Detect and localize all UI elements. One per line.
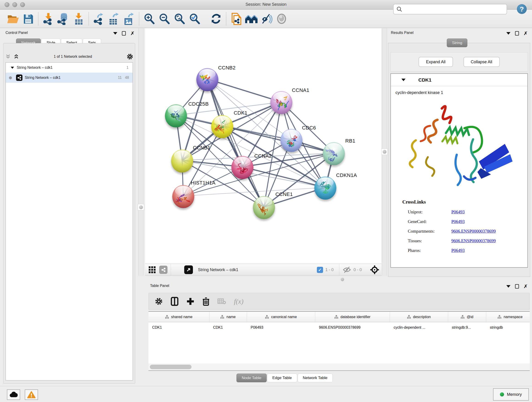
edge-CCNB2-CCNA1[interactable] [207,79,281,102]
expand-all-tree-icon[interactable] [5,54,11,59]
collapse-all-button[interactable]: Collapse All [463,57,500,67]
right-splitter-grip[interactable] [381,148,388,155]
node-label-CCNE1: CCNE1 [275,191,293,197]
table-cell[interactable]: stringdb [486,322,530,333]
string-style-icon[interactable] [159,266,167,274]
table-cell[interactable]: 9606.ENSP00000378699 [315,322,390,333]
crosslink-link[interactable]: P06493 [451,210,465,215]
home-networks-button[interactable] [244,11,259,26]
node-CDC25B[interactable] [165,104,187,128]
control-panel-menu-icon[interactable] [113,32,117,35]
node-HIST1H1A[interactable] [172,185,194,208]
network-row[interactable]: String Network – cdk1 11 48 [6,73,133,83]
open-folder-icon [7,13,19,24]
hidden-counts: 0 - 0 [354,268,362,272]
crosslink-row: Pharos:P06493 [408,248,527,253]
zoom-fit-button[interactable] [172,11,187,26]
network-view-canvas[interactable]: CCNB2CCNA1CDC25BCDK1CDC6RB1CCNB1CCNA2CDK… [145,28,381,263]
results-panel-float-icon[interactable] [515,31,519,36]
table-cell[interactable]: cyclin-dependent ... [390,322,448,333]
open-in-window-icon[interactable] [184,265,193,274]
cloud-status-button[interactable] [7,389,20,400]
results-item-header[interactable]: CDK1 [391,74,527,86]
save-session-button[interactable] [21,11,36,26]
zoom-selected-button[interactable] [187,11,202,26]
search-input[interactable] [402,7,501,12]
tab-node-table[interactable]: Node Table [236,374,267,382]
column-header-name[interactable]: name [209,312,247,322]
node-CCNA2[interactable] [231,156,253,179]
node-CDKN1A[interactable] [314,177,336,200]
import-network-database-button[interactable] [56,11,71,26]
control-panel-float-icon[interactable] [122,31,126,36]
birdseye-grid-icon[interactable] [148,266,156,274]
delete-column-trash-icon[interactable] [202,297,210,306]
tab-edge-table[interactable]: Edge Table [267,374,297,382]
open-session-button[interactable] [6,11,21,26]
column-header-namespace[interactable]: namespace [486,312,530,322]
tab-string[interactable]: String [446,38,467,47]
import-network-file-button[interactable] [41,11,56,26]
export-table-button[interactable] [106,11,121,26]
node-CCNB1[interactable] [171,149,193,172]
column-header--id[interactable]: @id [448,312,486,322]
table-settings-gear-icon[interactable] [155,297,163,306]
table-cell[interactable]: CDK1 [209,322,247,333]
node-RB1[interactable] [323,142,345,165]
refresh-view-button[interactable] [209,11,224,26]
table-hscrollbar[interactable] [148,364,530,370]
edge-CCNB2-CCNE1[interactable] [207,79,264,207]
zoom-in-button[interactable] [142,11,157,26]
crosslink-link[interactable]: 9606.ENSP00000378699 [451,238,496,243]
results-panel-close-icon[interactable]: ✗ [524,31,528,36]
table-panel-float-icon[interactable] [515,284,519,288]
node-CCNE1[interactable] [253,196,275,219]
collapse-all-tree-icon[interactable] [13,54,19,59]
table-cell[interactable]: CDK1 [148,322,209,333]
column-header-description[interactable]: description [390,312,448,322]
hidden-eye-slash-icon[interactable] [342,266,351,273]
table-hscrollbar-thumb[interactable] [150,365,191,369]
network-options-gear-icon[interactable] [127,53,133,60]
import-table-button[interactable] [71,11,86,26]
crosslink-link[interactable]: P06493 [451,248,465,253]
fit-selected-crosshair-icon[interactable] [370,265,379,274]
toggle-glass-effect-button[interactable] [274,11,289,26]
toolbar-separator [89,12,89,26]
share-session-button[interactable] [229,11,244,26]
network-collection-row[interactable]: String Network – cdk1 1 [6,63,133,73]
table-panel-close-icon[interactable]: ✗ [524,284,528,288]
item-collapse-icon[interactable] [401,79,405,81]
selected-nodes-checkbox[interactable]: ✓ [317,267,323,273]
crosslink-link[interactable]: P06493 [451,219,465,224]
left-splitter[interactable] [138,28,143,276]
node-CCNB2[interactable] [196,68,218,91]
warnings-button[interactable] [25,389,38,400]
zoom-out-button[interactable] [157,11,172,26]
node-CDC6[interactable] [280,129,302,152]
node-CCNA1[interactable] [270,91,292,114]
column-header-database-identifier[interactable]: database identifier [315,312,390,322]
control-panel-close-icon[interactable]: ✗ [130,31,134,36]
tab-network-table[interactable]: Network Table [298,374,333,382]
horizontal-splitter-grip[interactable] [341,278,344,281]
show-columns-icon[interactable] [171,297,178,306]
column-header-shared-name[interactable]: shared name [148,312,209,322]
results-panel-menu-icon[interactable] [506,32,510,35]
add-column-plus-icon[interactable] [186,297,195,306]
help-button[interactable]: ? [517,4,527,14]
table-panel-menu-icon[interactable] [506,285,510,288]
table-cell[interactable]: P06493 [247,322,315,333]
node-CDK1[interactable] [211,115,233,138]
column-header-canonical-name[interactable]: canonical name [247,312,315,322]
zoom-out-icon [158,13,170,25]
export-network-button[interactable] [91,11,106,26]
expand-all-button[interactable]: Expand All [418,57,453,67]
memory-button[interactable]: Memory [493,388,529,401]
crosslink-link[interactable]: 9606.ENSP00000378699 [451,229,496,234]
hide-graphics-details-button[interactable] [259,11,274,26]
collection-collapse-icon[interactable] [11,67,14,69]
left-splitter-grip[interactable] [138,204,144,211]
export-image-button[interactable] [121,11,137,26]
table-cell[interactable]: stringdb:9... [448,322,486,333]
